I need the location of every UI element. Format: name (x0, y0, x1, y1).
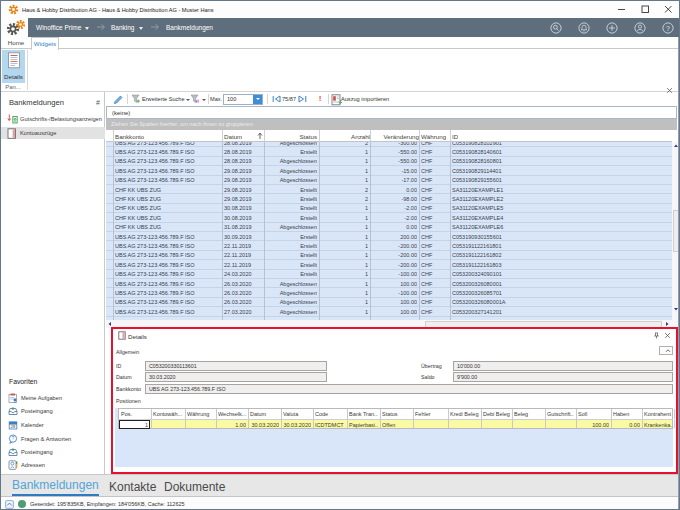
svg-text:?: ? (12, 435, 15, 441)
svg-text:28: 28 (11, 424, 16, 429)
svg-text:?: ? (666, 24, 670, 31)
